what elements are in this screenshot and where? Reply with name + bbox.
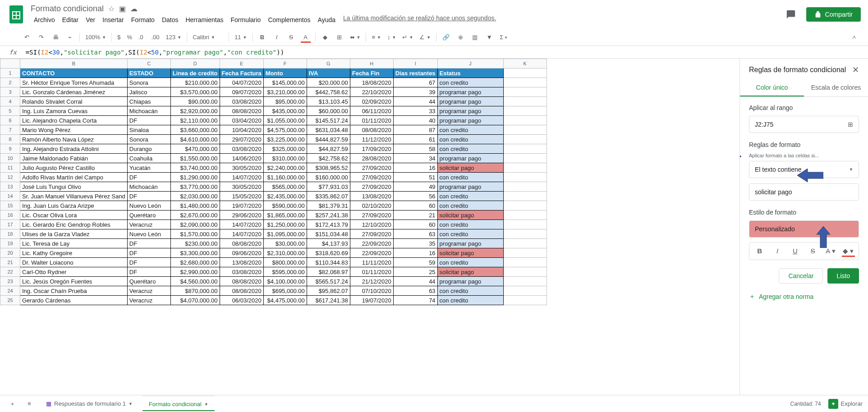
cell[interactable]: 35 <box>393 239 437 248</box>
cell[interactable]: $1,570,000.00 <box>170 229 220 239</box>
cell[interactable]: programar pago <box>437 87 503 97</box>
row-header[interactable]: 17 <box>0 220 20 229</box>
cell[interactable]: Gerardo Cárdenas <box>20 296 128 305</box>
zoom-select[interactable]: 100%▼ <box>83 34 109 41</box>
cell[interactable]: 16 <box>393 248 437 258</box>
cell[interactable]: $160,000.00 <box>307 173 350 182</box>
cell[interactable]: $2,670,000.00 <box>170 211 220 220</box>
percent-button[interactable]: % <box>124 34 135 41</box>
style-preview[interactable]: Personalizado <box>749 220 859 238</box>
cloud-status-icon[interactable]: ☁ <box>130 5 138 13</box>
condition-value-input[interactable]: solicitar pago <box>749 183 859 201</box>
close-icon[interactable]: ✕ <box>852 65 859 75</box>
cell[interactable]: 03/08/2020 <box>220 144 263 154</box>
cell[interactable]: $3,300,000.00 <box>170 248 220 258</box>
cell[interactable]: Mario Wong Pérez <box>20 125 128 135</box>
cell[interactable]: 11/11/2020 <box>350 258 393 267</box>
cell[interactable]: 03/08/2020 <box>220 97 263 106</box>
cell[interactable]: DF <box>127 173 170 182</box>
cell[interactable]: con credito <box>437 125 503 135</box>
cell[interactable]: Dr. Walter Loiacono <box>20 258 128 267</box>
menu-complementos[interactable]: Complementos <box>265 14 313 25</box>
cell[interactable]: 14/07/2020 <box>220 229 263 239</box>
insert-chart-icon[interactable]: ▥ <box>468 31 482 44</box>
cell[interactable]: José Luis Tungui Olivo <box>20 182 128 192</box>
cell[interactable]: Lic. Gonzalo Cárdenas Jiménez <box>20 87 128 97</box>
cell[interactable]: $145,000.00 <box>263 78 307 87</box>
cell[interactable]: Veracruz <box>127 296 170 305</box>
cell[interactable]: 08/08/2020 <box>220 277 263 286</box>
cell[interactable]: 30/05/2020 <box>220 163 263 173</box>
cell[interactable]: programar pago <box>437 239 503 248</box>
row-header[interactable]: 13 <box>0 182 20 192</box>
cell[interactable]: 27/09/2020 <box>350 211 393 220</box>
cell[interactable] <box>503 135 547 144</box>
cell[interactable]: $4,070,000.00 <box>170 296 220 305</box>
cell[interactable]: $617,241.38 <box>307 296 350 305</box>
cell[interactable]: $4,100,000.00 <box>263 277 307 286</box>
all-sheets-icon[interactable]: ≡ <box>23 397 36 411</box>
range-input[interactable]: J2:J75 ⊞ <box>749 116 859 133</box>
cell[interactable] <box>503 211 547 220</box>
cell[interactable]: 63 <box>393 229 437 239</box>
cell[interactable]: Lic. Jesús Oregón Fuentes <box>20 277 128 286</box>
italic-icon[interactable]: I <box>270 31 284 44</box>
cell[interactable]: 07/10/2020 <box>350 286 393 296</box>
column-header[interactable]: D <box>170 59 220 69</box>
column-header[interactable]: B <box>20 59 128 69</box>
row-header[interactable]: 9 <box>0 144 20 154</box>
cell[interactable]: Ing. Alejandro Estrada Attolini <box>20 144 128 154</box>
header-cell[interactable]: IVA <box>307 69 350 78</box>
row-header[interactable]: 3 <box>0 87 20 97</box>
cell[interactable]: $1,160,000.00 <box>263 173 307 182</box>
cell[interactable]: 22/10/2020 <box>350 87 393 97</box>
cell[interactable]: $90,000.00 <box>170 97 220 106</box>
cell[interactable]: 27/09/2020 <box>350 182 393 192</box>
row-header[interactable]: 6 <box>0 116 20 125</box>
cell[interactable]: programar pago <box>437 154 503 163</box>
cell[interactable]: 60 <box>393 201 437 211</box>
cell[interactable] <box>503 87 547 97</box>
cell[interactable]: con credito <box>437 201 503 211</box>
cell[interactable]: 21 <box>393 211 437 220</box>
cell[interactable]: $1,095,000.00 <box>263 229 307 239</box>
cell[interactable]: 02/09/2020 <box>350 97 393 106</box>
cell[interactable]: Ing. Luis Zamora Cuevas <box>20 106 128 116</box>
cancel-button[interactable]: Cancelar <box>779 268 823 284</box>
column-header[interactable]: K <box>503 59 547 69</box>
cell[interactable] <box>503 144 547 154</box>
cell[interactable]: $4,610,000.00 <box>170 135 220 144</box>
cell[interactable]: 25 <box>393 267 437 277</box>
cell[interactable]: con credito <box>437 258 503 267</box>
cell[interactable]: $44,827.59 <box>307 144 350 154</box>
menu-ver[interactable]: Ver <box>83 14 98 25</box>
cell[interactable]: $2,435,000.00 <box>263 192 307 201</box>
cell[interactable]: Veracruz <box>127 286 170 296</box>
cell[interactable]: programar pago <box>437 116 503 125</box>
strikethrough-icon[interactable]: S <box>285 31 298 44</box>
column-header[interactable]: G <box>307 59 350 69</box>
cell[interactable]: $151,034.48 <box>307 229 350 239</box>
collapse-toolbar-icon[interactable]: ㅅ <box>847 31 861 44</box>
cell[interactable]: 02/10/2020 <box>350 201 393 211</box>
cell[interactable]: programar pago <box>437 106 503 116</box>
document-title[interactable]: Formato condicional <box>31 4 104 14</box>
cell[interactable]: 08/08/2020 <box>220 239 263 248</box>
cell[interactable]: $870,000.00 <box>170 286 220 296</box>
currency-button[interactable]: $ <box>115 34 123 41</box>
row-header[interactable]: 19 <box>0 239 20 248</box>
header-cell[interactable]: Fecha Fin <box>350 69 393 78</box>
italic-button[interactable]: I <box>769 244 785 258</box>
cell[interactable]: Querétaro <box>127 277 170 286</box>
cell[interactable]: con credito <box>437 286 503 296</box>
cell[interactable]: 39 <box>393 87 437 97</box>
cell[interactable]: Ing. Oscar Chaín Prueba <box>20 286 128 296</box>
bold-icon[interactable]: B <box>256 31 269 44</box>
cell[interactable]: $3,570,000.00 <box>170 87 220 97</box>
row-header[interactable]: 15 <box>0 201 20 211</box>
cell[interactable]: $172,413.79 <box>307 220 350 229</box>
bold-button[interactable]: B <box>751 244 768 258</box>
cell[interactable]: 18/08/2020 <box>350 78 393 87</box>
cell[interactable]: $800,000.00 <box>263 258 307 267</box>
cell[interactable]: $257,241.38 <box>307 211 350 220</box>
